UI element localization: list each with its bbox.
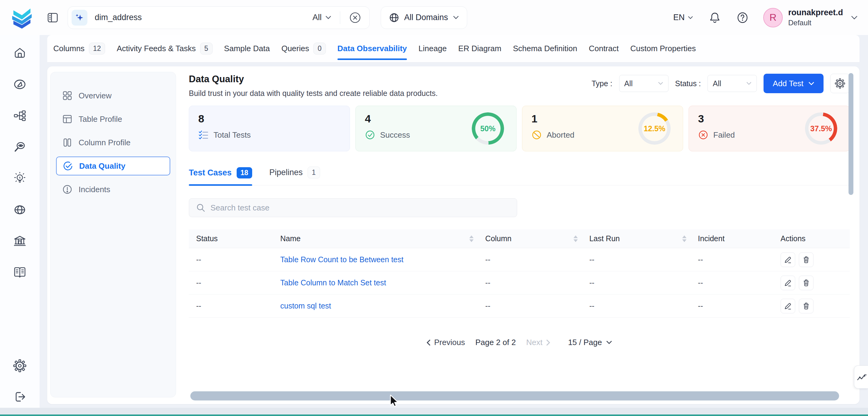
lineage-flow-icon[interactable] — [13, 109, 27, 123]
test-settings-button[interactable] — [830, 74, 850, 93]
success-ring-chart: 50% — [472, 113, 504, 145]
logout-icon[interactable] — [13, 390, 27, 404]
cell-column: -- — [478, 271, 582, 294]
test-case-link[interactable]: custom sql test — [280, 301, 331, 310]
search-scope-dropdown[interactable]: All — [312, 13, 331, 22]
pencil-icon — [784, 279, 792, 287]
chevron-down-icon — [746, 82, 752, 85]
home-icon[interactable] — [13, 46, 27, 60]
window-scroll-track[interactable] — [0, 408, 868, 414]
aborted-ring-chart: 12.5% — [638, 113, 671, 145]
search-input[interactable]: dim_address — [95, 13, 142, 22]
data-observability-panel: Overview Table Profile Column Profile — [47, 66, 860, 404]
success-label: Success — [380, 130, 410, 140]
menu-item-data-quality[interactable]: Data Quality — [56, 157, 170, 175]
governance-bank-icon[interactable] — [13, 234, 27, 248]
test-case-search-input[interactable] — [211, 203, 510, 213]
cell-status: -- — [189, 248, 273, 271]
cell-incident: -- — [691, 271, 773, 294]
type-filter-select[interactable]: All — [619, 75, 669, 92]
tab-count-badge: 5 — [200, 43, 213, 55]
edit-button[interactable] — [781, 252, 795, 267]
success-percent: 50% — [472, 113, 504, 145]
delete-button[interactable] — [799, 299, 813, 313]
edit-button[interactable] — [781, 299, 795, 313]
tab-pipelines[interactable]: Pipelines 1 — [269, 167, 320, 185]
tab-count-badge: 0 — [313, 43, 326, 55]
ai-sparkle-icon — [71, 10, 87, 26]
chevron-down-icon — [453, 15, 459, 20]
total-tests-value: 8 — [198, 113, 341, 125]
previous-page-button[interactable]: Previous — [426, 338, 465, 347]
tab-data-observability[interactable]: Data Observability — [337, 35, 407, 62]
status-filter-label: Status : — [675, 79, 701, 88]
cell-last-run: -- — [582, 294, 691, 318]
delete-button[interactable] — [799, 276, 813, 290]
tab-contract[interactable]: Contract — [589, 35, 619, 62]
test-case-link[interactable]: Table Row Count to be Between test — [280, 255, 403, 264]
col-column[interactable]: Column — [478, 229, 582, 248]
floating-widget-button[interactable] — [854, 365, 868, 389]
tab-er-diagram[interactable]: ER Diagram — [458, 35, 502, 62]
trash-icon — [802, 302, 810, 310]
sidebar-toggle-icon[interactable] — [46, 11, 59, 24]
tab-columns[interactable]: Columns12 — [53, 35, 105, 62]
menu-item-overview[interactable]: Overview — [56, 86, 170, 105]
domains-globe-icon[interactable] — [13, 203, 27, 217]
insights-bulb-icon[interactable] — [13, 171, 27, 186]
page-size-select[interactable]: 15 / Page — [568, 338, 612, 347]
tab-schema-definition[interactable]: Schema Definition — [513, 35, 577, 62]
col-last-run[interactable]: Last Run — [582, 229, 691, 248]
test-case-link[interactable]: Table Column to Match Set test — [280, 278, 386, 287]
cell-column: -- — [478, 248, 582, 271]
user-profile-menu[interactable]: R rounakpreet.d Default — [763, 8, 858, 27]
horizontal-scrollbar-thumb[interactable] — [190, 391, 839, 401]
overview-grid-icon — [62, 91, 72, 101]
bottom-accent-bar — [0, 414, 868, 416]
next-page-button[interactable]: Next — [526, 338, 550, 347]
menu-item-column-profile[interactable]: Column Profile — [56, 133, 170, 152]
add-test-button[interactable]: Add Test — [764, 74, 824, 93]
notifications-bell-icon[interactable] — [709, 11, 721, 24]
tab-sample-data[interactable]: Sample Data — [224, 35, 270, 62]
clear-search-icon[interactable] — [349, 11, 362, 24]
user-team: Default — [788, 19, 843, 27]
tab-lineage[interactable]: Lineage — [418, 35, 447, 62]
vertical-scrollbar-thumb[interactable] — [848, 73, 854, 195]
sort-icon — [682, 235, 686, 242]
trash-icon — [802, 256, 810, 264]
help-icon[interactable] — [737, 11, 749, 24]
explore-compass-icon[interactable] — [13, 77, 27, 91]
failed-card: 3 Failed 37.5% — [689, 106, 850, 151]
delete-button[interactable] — [799, 252, 813, 267]
table-row: -- custom sql test -- -- -- — [189, 294, 850, 318]
global-search-bar[interactable]: dim_address All — [68, 6, 370, 29]
tab-custom-properties[interactable]: Custom Properties — [630, 35, 695, 62]
tab-test-cases[interactable]: Test Cases 18 — [189, 167, 252, 185]
col-name[interactable]: Name — [273, 229, 478, 248]
tab-queries[interactable]: Queries0 — [281, 35, 326, 62]
settings-gear-icon[interactable] — [13, 359, 27, 373]
edit-button[interactable] — [781, 276, 795, 290]
domains-dropdown[interactable]: All Domains — [381, 6, 467, 29]
chevron-down-icon — [658, 82, 663, 85]
profiler-menu: Overview Table Profile Column Profile — [50, 72, 176, 397]
success-check-icon — [365, 130, 375, 140]
test-case-search[interactable] — [189, 198, 517, 217]
failed-label: Failed — [713, 130, 735, 140]
total-tests-card: 8 Total Tests — [189, 106, 350, 151]
menu-item-table-profile[interactable]: Table Profile — [56, 109, 170, 129]
status-filter-select[interactable]: All — [708, 75, 757, 92]
cell-last-run: -- — [582, 248, 691, 271]
language-selector[interactable]: EN — [673, 13, 693, 22]
cell-status: -- — [189, 271, 273, 294]
glossary-book-icon[interactable] — [13, 265, 27, 280]
chevron-right-icon — [546, 339, 550, 346]
observability-search-eye-icon[interactable] — [13, 140, 27, 154]
incidents-alert-icon — [62, 184, 72, 195]
tab-activity-feeds[interactable]: Activity Feeds & Tasks5 — [117, 35, 212, 62]
menu-item-incidents[interactable]: Incidents — [56, 180, 170, 199]
data-quality-check-icon — [63, 161, 73, 171]
openmetadata-logo[interactable] — [11, 6, 33, 29]
cell-incident: -- — [691, 248, 773, 271]
